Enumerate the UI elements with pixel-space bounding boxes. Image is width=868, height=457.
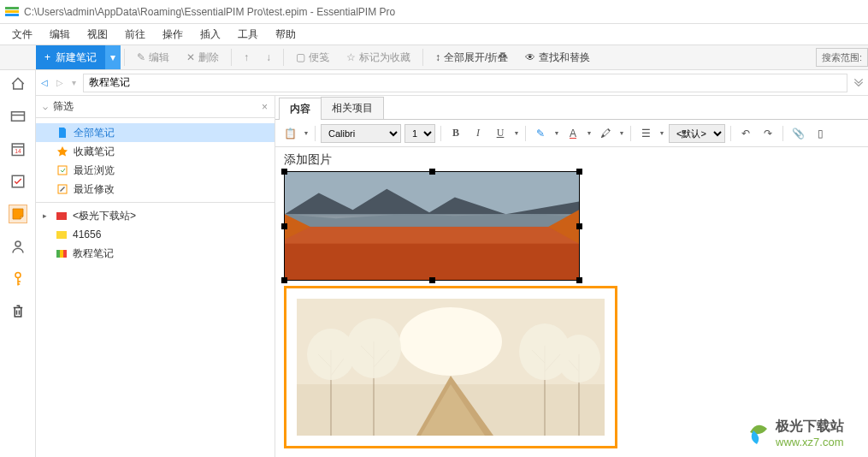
window-title: C:\Users\admin\AppData\Roaming\Essential…: [24, 6, 395, 18]
menu-view[interactable]: 视图: [80, 26, 115, 44]
svg-text:14: 14: [15, 148, 21, 154]
redo-button[interactable]: ↷: [759, 124, 777, 143]
tree-root-tutorial[interactable]: ▸ 教程笔记: [36, 244, 275, 263]
search-scope-input[interactable]: 搜索范围:: [816, 48, 868, 67]
font-size-select[interactable]: 11: [404, 124, 435, 143]
resize-handle[interactable]: [281, 223, 287, 229]
filter-label: 筛选: [53, 99, 74, 114]
undo-button[interactable]: ↶: [736, 124, 755, 143]
menu-file[interactable]: 文件: [5, 26, 39, 44]
contacts-icon[interactable]: [9, 238, 27, 255]
resize-handle[interactable]: [429, 277, 435, 283]
resize-handle[interactable]: [281, 277, 287, 283]
tree-item-all-notes[interactable]: 全部笔记: [36, 123, 275, 142]
menu-goto[interactable]: 前往: [118, 26, 152, 44]
paste-dropdown[interactable]: ▼: [303, 130, 310, 136]
tree-root-41656[interactable]: ▸ 41656: [36, 225, 275, 244]
folder-icon: [56, 247, 68, 259]
resize-handle[interactable]: [429, 169, 435, 175]
second-image-frame[interactable]: [284, 286, 617, 448]
bullet-list-button[interactable]: ☰: [636, 124, 655, 143]
highlight-button[interactable]: ✎: [531, 124, 550, 143]
tree-root-jiguang[interactable]: ▸ <极光下载站>: [36, 206, 275, 225]
svg-rect-3: [11, 112, 24, 122]
svg-point-10: [15, 273, 21, 278]
menu-insert[interactable]: 插入: [193, 26, 227, 44]
trash-icon[interactable]: [9, 303, 27, 320]
edit-button[interactable]: ✎编辑: [128, 45, 178, 69]
attachment-button[interactable]: 📎: [788, 124, 807, 143]
svg-rect-21: [60, 250, 63, 258]
passwords-icon[interactable]: [9, 270, 27, 288]
font-color-button[interactable]: A: [564, 124, 582, 143]
expand-collapse-button[interactable]: ↕全部展开/折叠: [427, 45, 517, 69]
memo-icon: ▢: [296, 51, 305, 63]
list-dropdown[interactable]: ▼: [658, 130, 665, 136]
highlight-dropdown[interactable]: ▼: [553, 130, 560, 136]
nav-forward-button[interactable]: ▷: [55, 76, 65, 89]
tag-button[interactable]: ▯: [811, 124, 830, 143]
editor-content[interactable]: 添加图片: [275, 147, 868, 457]
tab-related[interactable]: 相关项目: [321, 97, 384, 119]
move-up-button[interactable]: ↑: [235, 45, 257, 69]
paragraph-style-select[interactable]: <默认>: [669, 124, 725, 143]
resize-handle[interactable]: [576, 277, 582, 283]
tree-item-recent-view[interactable]: 最近浏览: [36, 161, 275, 180]
calendar-icon[interactable]: 14: [9, 140, 27, 157]
underline-button[interactable]: U: [491, 124, 510, 143]
menu-help[interactable]: 帮助: [269, 26, 303, 44]
new-note-button[interactable]: + 新建笔记: [36, 45, 105, 69]
tree-item-favorites[interactable]: 收藏笔记: [36, 142, 275, 161]
svg-text:www.xz7.com: www.xz7.com: [775, 436, 843, 448]
chevron-down-icon: ⌵: [43, 102, 48, 111]
font-color-dropdown[interactable]: ▼: [586, 130, 593, 136]
move-down-button[interactable]: ↓: [257, 45, 280, 69]
resize-handle[interactable]: [281, 169, 287, 175]
filter-header[interactable]: ⌵ 筛选 ×: [36, 96, 275, 118]
expand-panel-icon[interactable]: [853, 77, 865, 89]
svg-rect-19: [56, 231, 67, 239]
find-replace-button[interactable]: 👁查找和替换: [517, 45, 599, 69]
main-toolbar: + 新建笔记 ▾ ✎编辑 ✕删除 ↑ ↓ ▢便笺 ☆标记为收藏 ↕全部展开/折叠…: [0, 45, 868, 70]
bold-button[interactable]: B: [446, 124, 465, 143]
app-logo-icon: [5, 7, 19, 17]
resize-handle[interactable]: [576, 169, 582, 175]
watermark: 极光下载站 www.xz7.com: [743, 413, 863, 454]
selected-image[interactable]: [284, 171, 580, 281]
close-filter-icon[interactable]: ×: [262, 101, 268, 113]
font-family-select[interactable]: Calibri: [321, 124, 401, 143]
bg-color-button[interactable]: 🖍: [596, 124, 615, 143]
tasks-icon[interactable]: [9, 173, 27, 190]
x-icon: ✕: [186, 51, 195, 63]
home-icon[interactable]: [9, 75, 27, 92]
svg-rect-18: [56, 212, 67, 220]
notes-icon[interactable]: [9, 205, 27, 223]
delete-button[interactable]: ✕删除: [178, 45, 227, 69]
nav-back-button[interactable]: ◁: [39, 76, 50, 89]
svg-marker-25: [285, 214, 579, 227]
menu-edit[interactable]: 编辑: [43, 26, 77, 44]
notes-tree-panel: ⌵ 筛选 × 全部笔记 收藏笔记 最近浏览: [36, 96, 275, 457]
svg-rect-16: [58, 166, 67, 175]
expand-icon: ↕: [435, 51, 440, 63]
breadcrumb-input[interactable]: [83, 74, 847, 92]
favorite-button[interactable]: ☆标记为收藏: [338, 45, 419, 69]
tree-item-recent-edit[interactable]: 最近修改: [36, 180, 275, 199]
tab-content[interactable]: 内容: [279, 98, 322, 120]
menu-action[interactable]: 操作: [156, 26, 190, 44]
menu-tools[interactable]: 工具: [231, 26, 265, 44]
arrow-up-icon: ↑: [244, 51, 249, 63]
chevron-right-icon: ▸: [43, 211, 47, 220]
italic-button[interactable]: I: [469, 124, 487, 143]
title-bar: C:\Users\admin\AppData\Roaming\Essential…: [0, 0, 868, 24]
bg-color-dropdown[interactable]: ▼: [618, 130, 625, 136]
svg-rect-20: [56, 250, 60, 258]
resize-handle[interactable]: [576, 223, 582, 229]
note-heading: 添加图片: [284, 152, 859, 168]
nav-dropdown-button[interactable]: ▾: [70, 76, 78, 89]
today-icon[interactable]: [9, 108, 27, 125]
memo-button[interactable]: ▢便笺: [287, 45, 338, 69]
underline-dropdown[interactable]: ▼: [513, 130, 520, 136]
paste-button[interactable]: 📋: [280, 124, 299, 143]
new-note-dropdown[interactable]: ▾: [105, 45, 121, 69]
